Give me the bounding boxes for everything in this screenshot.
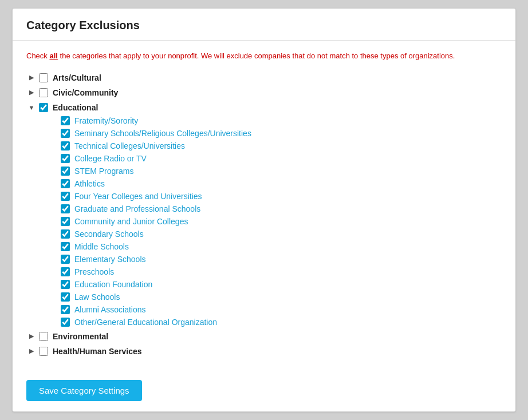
subcategory-checkbox-preschool[interactable]: [61, 267, 70, 276]
subcategory-label-four_year: Four Year Colleges and Universities: [74, 192, 202, 201]
category-label-environmental: Environmental: [53, 332, 108, 341]
category-checkbox-civic[interactable]: [39, 88, 48, 97]
subcategory-checkbox-technical[interactable]: [61, 141, 70, 150]
subcategory-item-middle: Middle Schools: [61, 240, 502, 253]
subcategory-label-fraternity: Fraternity/Sorority: [74, 116, 138, 125]
subcategory-label-technical: Technical Colleges/Universities: [74, 141, 185, 150]
subcategory-item-technical: Technical Colleges/Universities: [61, 140, 502, 152]
subcategory-checkbox-fraternity[interactable]: [61, 116, 70, 125]
subcategory-checkbox-alumni[interactable]: [61, 305, 70, 314]
subcategory-checkbox-secondary[interactable]: [61, 229, 70, 239]
category-checkbox-environmental[interactable]: [39, 332, 48, 341]
subcategory-checkbox-seminary[interactable]: [61, 129, 70, 138]
category-row-civic[interactable]: Civic/Community: [26, 86, 502, 100]
card-footer: Save Category Settings: [13, 370, 515, 411]
category-label-health: Health/Human Services: [53, 347, 142, 356]
subcategory-checkbox-law[interactable]: [61, 292, 70, 302]
card-body: Check all the categories that apply to y…: [13, 41, 515, 369]
category-item-arts: Arts/Cultural: [26, 71, 502, 85]
subcategory-checkbox-athletics[interactable]: [61, 179, 70, 188]
card-header: Category Exclusions: [13, 9, 515, 41]
category-item-educational: EducationalFraternity/SororitySeminary S…: [26, 101, 502, 328]
subcategory-item-seminary: Seminary Schools/Religious Colleges/Univ…: [61, 127, 502, 140]
subcategory-checkbox-other_edu[interactable]: [61, 318, 70, 327]
instruction-text: Check all the categories that apply to y…: [26, 51, 502, 61]
category-item-health: Health/Human Services: [26, 344, 502, 358]
category-list: Arts/CulturalCivic/CommunityEducationalF…: [26, 71, 502, 358]
subcategory-label-athletics: Athletics: [74, 179, 105, 188]
chevron-icon-environmental: [26, 331, 37, 342]
subcategory-item-stem: STEM Programs: [61, 165, 502, 177]
subcategory-checkbox-graduate[interactable]: [61, 204, 70, 213]
category-row-environmental[interactable]: Environmental: [26, 330, 502, 343]
subcategory-checkbox-four_year[interactable]: [61, 192, 70, 201]
subcategory-checkbox-elementary[interactable]: [61, 255, 70, 264]
page-title: Category Exclusions: [26, 19, 502, 32]
subcategory-item-graduate: Graduate and Professional Schools: [61, 203, 502, 215]
category-checkbox-health[interactable]: [39, 347, 48, 356]
subcategory-item-secondary: Secondary Schools: [61, 228, 502, 240]
subcategory-item-other_edu: Other/General Educational Organization: [61, 316, 502, 328]
instruction-highlight: all: [49, 51, 57, 60]
subcategory-checkbox-college_radio[interactable]: [61, 154, 70, 163]
subcategory-item-fraternity: Fraternity/Sorority: [61, 114, 502, 127]
subcategory-checkbox-stem[interactable]: [61, 167, 70, 176]
subcategory-list-educational: Fraternity/SororitySeminary Schools/Reli…: [61, 114, 502, 328]
category-row-educational[interactable]: Educational: [26, 101, 502, 114]
subcategory-checkbox-middle[interactable]: [61, 242, 70, 251]
subcategory-label-other_edu: Other/General Educational Organization: [74, 318, 217, 327]
subcategory-item-preschool: Preschools: [61, 266, 502, 278]
subcategory-item-edu_foundation: Education Foundation: [61, 278, 502, 291]
chevron-icon-health: [26, 346, 37, 356]
chevron-icon-civic: [26, 88, 37, 98]
subcategory-checkbox-edu_foundation[interactable]: [61, 280, 70, 289]
subcategory-item-elementary: Elementary Schools: [61, 253, 502, 266]
main-card: Category Exclusions Check all the catego…: [12, 8, 516, 411]
subcategory-label-secondary: Secondary Schools: [74, 229, 144, 239]
subcategory-item-athletics: Athletics: [61, 177, 502, 190]
category-label-civic: Civic/Community: [53, 88, 118, 97]
chevron-icon-educational[interactable]: [26, 102, 37, 113]
category-checkbox-educational[interactable]: [39, 103, 48, 112]
subcategory-checkbox-community[interactable]: [61, 217, 70, 226]
subcategory-label-law: Law Schools: [74, 292, 120, 302]
subcategory-item-community: Community and Junior Colleges: [61, 215, 502, 228]
save-button[interactable]: Save Category Settings: [26, 380, 142, 401]
subcategory-label-edu_foundation: Education Foundation: [74, 280, 152, 289]
subcategory-label-college_radio: College Radio or TV: [74, 154, 147, 163]
subcategory-label-alumni: Alumni Associations: [74, 305, 146, 314]
category-item-environmental: Environmental: [26, 330, 502, 343]
subcategory-label-preschool: Preschools: [74, 267, 114, 276]
chevron-icon-arts: [26, 73, 37, 83]
subcategory-item-college_radio: College Radio or TV: [61, 152, 502, 165]
subcategory-label-stem: STEM Programs: [74, 167, 133, 176]
category-item-civic: Civic/Community: [26, 86, 502, 100]
subcategory-label-middle: Middle Schools: [74, 242, 129, 251]
category-label-arts: Arts/Cultural: [53, 73, 101, 82]
subcategory-item-law: Law Schools: [61, 291, 502, 303]
subcategory-item-four_year: Four Year Colleges and Universities: [61, 190, 502, 203]
subcategory-label-seminary: Seminary Schools/Religious Colleges/Univ…: [74, 129, 251, 138]
subcategory-item-alumni: Alumni Associations: [61, 303, 502, 316]
category-row-health[interactable]: Health/Human Services: [26, 344, 502, 358]
subcategory-label-community: Community and Junior Colleges: [74, 217, 188, 226]
subcategory-label-elementary: Elementary Schools: [74, 255, 146, 264]
subcategory-label-graduate: Graduate and Professional Schools: [74, 204, 200, 213]
category-label-educational: Educational: [53, 103, 98, 112]
category-row-arts[interactable]: Arts/Cultural: [26, 71, 502, 85]
category-checkbox-arts[interactable]: [39, 73, 48, 82]
